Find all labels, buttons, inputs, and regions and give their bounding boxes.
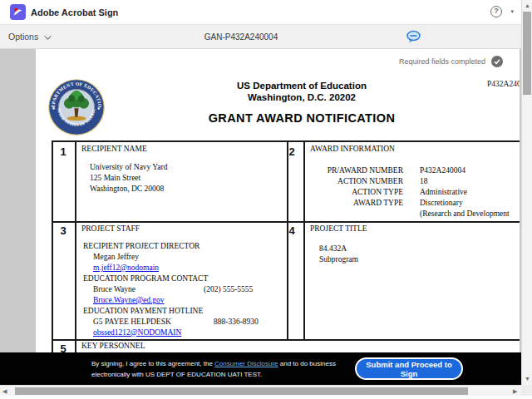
svg-text:★: ★ [52,106,56,111]
box2-header: AWARD INFORMATION [310,145,395,153]
staff-email-link[interactable]: obssed1212@NODOMAIN [93,328,181,337]
box1-header: RECIPIENT NAME [81,145,147,153]
table-border-line [52,221,520,223]
staff-role: EDUCATION PAYMENT HOTLINE [83,307,203,315]
box3-number: 3 [52,224,74,237]
staff-role: EDUCATION PROGRAM CONTACT [83,274,208,283]
document-heading: US Department of Education Washington, D… [119,81,485,125]
help-button[interactable]: ? ▾ [490,6,514,19]
scroll-right-arrow-icon[interactable]: ▶ [513,388,517,394]
box1-number: 1 [52,145,74,158]
required-fields-indicator: Required fields completed [316,53,503,66]
svg-text:★: ★ [97,106,101,111]
staff-phone: 888-336-8930 [214,318,259,326]
table-border-line [287,140,288,339]
consumer-disclosure-link[interactable]: Consumer Disclosure [214,360,278,367]
staff-phone: (202) 555-5555 [204,285,253,293]
acrobat-sign-window: Adobe Acrobat Sign ? ▾ Options GAN-P432A… [0,0,532,399]
box5-header: KEY PERSONNEL [81,342,145,350]
comment-icon[interactable] [406,30,421,44]
agreement-text-post: and to do business [278,360,336,367]
staff-name: Megan Jeffrey [93,253,139,261]
award-row-value: Administrative [420,188,467,196]
award-row-label: ACTION NUMBER [298,177,403,185]
staff-name: G5 PAYEE HELPDESK [93,318,171,326]
award-row-label: AWARD TYPE [298,199,403,207]
agreement-text-pre: By signing, I agree to this agreement, t… [91,360,214,367]
award-row-value: (Research and Development [420,209,510,218]
app-header: Adobe Acrobat Sign ? ▾ [0,0,532,25]
staff-email-link[interactable]: m.jeff12@nodomain [93,264,159,272]
check-circle-icon [491,56,503,67]
org-address: Washington, D.C. 20202 [119,92,485,102]
recipient-street: 125 Main Street [90,174,140,182]
horizontal-scrollbar-thumb[interactable] [15,387,468,395]
document-title: GRANT AWARD NOTIFICATION [119,111,485,125]
award-row-label: ACTION TYPE [298,188,403,196]
horizontal-scrollbar[interactable]: ◀ ▶ [0,385,521,396]
submit-and-sign-button[interactable]: Submit and Proceed to Sign [355,357,463,380]
document-toolbar: Options GAN-P432A240004 [0,25,532,49]
signing-footer: By signing, I agree to this agreement, t… [0,352,521,385]
vertical-scrollbar[interactable]: ▲ ▼ [521,0,532,385]
recipient-city: Washington, DC 20008 [90,185,164,193]
department-of-education-seal: DEPARTMENT OF EDUCATION UNITED STATES OF… [47,78,106,136]
help-icon: ? [490,6,502,17]
staff-role: RECIPIENT PROJECT DIRECTOR [83,242,200,250]
scroll-up-arrow-icon[interactable]: ▲ [525,2,530,8]
project-title-line: 84.432A [319,244,347,253]
chevron-down-icon: ▾ [510,8,514,15]
org-name: US Department of Education [119,81,485,91]
award-row-value: 18 [420,177,428,185]
gan-table: 1 RECIPIENT NAME University of Navy Yard… [52,140,520,385]
award-row-value: Discretionary [420,199,463,207]
app-title: Adobe Acrobat Sign [31,7,118,17]
document-page: DEPARTMENT OF EDUCATION UNITED STATES OF… [36,49,520,385]
table-border-line [75,140,76,385]
box4-header: PROJECT TITLE [310,224,367,233]
table-border-line [52,140,520,142]
adobe-acrobat-sign-logo-icon [10,4,26,20]
scroll-down-arrow-icon[interactable]: ▼ [525,376,530,382]
scroll-left-arrow-icon[interactable]: ◀ [2,388,7,394]
box3-header: PROJECT STAFF [81,224,140,233]
recipient-name: University of Navy Yard [90,163,167,171]
vertical-scrollbar-thumb[interactable] [523,12,531,95]
document-viewport: DEPARTMENT OF EDUCATION UNITED STATES OF… [0,49,521,385]
box2-number: 2 [282,145,302,158]
staff-email-link[interactable]: Bruce.Wayne@ed.gov [93,296,165,304]
scrollbar-corner [521,385,532,396]
table-border-line [52,339,520,341]
award-row-label: PR/AWARD NUMBER [298,166,403,175]
bottom-strip [0,396,532,399]
agreement-text: By signing, I agree to this agreement, t… [91,358,336,380]
required-fields-label: Required fields completed [399,57,485,66]
staff-name: Bruce Wayne [93,285,135,293]
award-row-value: P432A240004 [420,166,466,175]
award-number-ref: P432A240 [487,80,520,88]
project-title-line: Subprogram [319,255,358,264]
box4-number: 4 [282,224,302,237]
agreement-text-line2: electronically with US DEPT OF EDUCATION… [91,369,336,380]
